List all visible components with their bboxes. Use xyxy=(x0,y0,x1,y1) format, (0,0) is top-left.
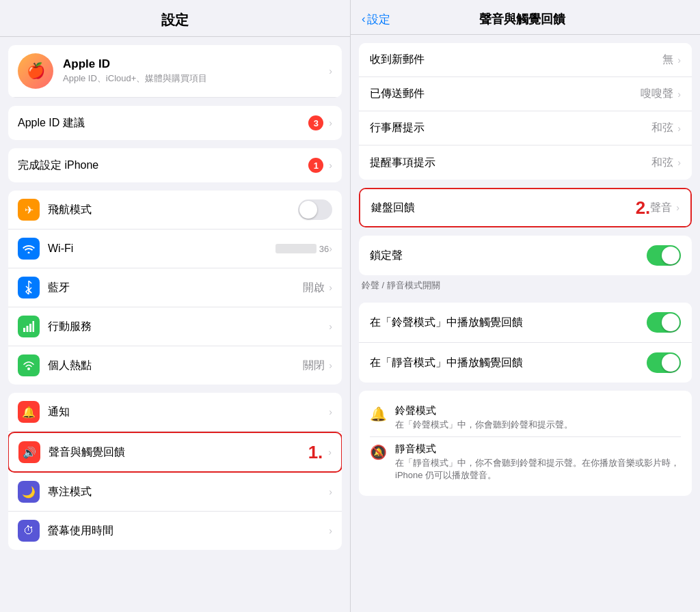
back-button[interactable]: ‹ 設定 xyxy=(362,12,390,27)
chevron-icon: › xyxy=(329,525,332,536)
calendar-row[interactable]: 行事曆提示 和弦 › xyxy=(359,111,692,145)
silent-haptic-row[interactable]: 在「靜音模式」中播放觸覺回饋 xyxy=(359,343,692,382)
sound-haptics-row[interactable]: 🔊 聲音與觸覺回饋 1. › xyxy=(8,432,342,473)
reminder-label: 提醒事項提示 xyxy=(370,156,651,170)
wifi-value-blurred xyxy=(275,244,317,253)
network-group: ✈ 飛航模式 Wi-Fi 36 › xyxy=(8,191,342,385)
focus-icon: 🌙 xyxy=(18,481,40,503)
ring-haptic-toggle[interactable] xyxy=(647,312,681,333)
apple-id-suggestion-row[interactable]: Apple ID 建議 3 › xyxy=(8,106,342,140)
silent-mode-info: 🔕 靜音模式 在「靜音模式」中，你不會聽到鈴聲和提示聲。在你播放音樂或影片時，i… xyxy=(370,437,681,487)
silent-mode-text: 靜音模式 在「靜音模式」中，你不會聽到鈴聲和提示聲。在你播放音樂或影片時，iPh… xyxy=(395,443,681,482)
airplane-toggle[interactable] xyxy=(298,199,332,220)
apple-id-group: 🍎 Apple ID Apple ID、iCloud+、媒體與購買項目 › xyxy=(8,45,342,98)
chevron-icon: › xyxy=(329,117,332,128)
chevron-icon: › xyxy=(329,243,332,254)
chevron-icon: › xyxy=(329,321,332,332)
lock-sound-toggle[interactable] xyxy=(647,245,681,266)
bluetooth-value: 開啟 xyxy=(303,281,325,295)
right-scroll: 收到新郵件 無 › 已傳送郵件 嗖嗖聲 › 行事曆提示 和弦 › 提醒事項提示 … xyxy=(351,35,700,612)
screen-time-row[interactable]: ⏱ 螢幕使用時間 › xyxy=(8,512,342,550)
keyboard-feedback-value: 聲音 xyxy=(650,201,672,215)
silent-haptic-toggle[interactable] xyxy=(647,352,681,373)
ring-haptic-label: 在「鈴聲模式」中播放觸覺回饋 xyxy=(370,316,647,330)
mobile-service-label: 行動服務 xyxy=(48,320,329,334)
notifications-row[interactable]: 🔔 通知 › xyxy=(8,393,342,432)
ring-mode-text: 鈴聲模式 在「鈴聲模式」中，你會聽到鈴聲和提示聲。 xyxy=(395,404,681,431)
mobile-service-row[interactable]: 行動服務 › xyxy=(8,307,342,346)
right-header: ‹ 設定 聲音與觸覺回饋 xyxy=(351,0,700,35)
bluetooth-label: 藍牙 xyxy=(48,281,303,295)
apple-id-suggestion-label: Apple ID 建議 xyxy=(18,116,308,130)
complete-setup-row[interactable]: 完成設定 iPhone 1 › xyxy=(8,148,342,182)
ring-mode-info: 🔔 鈴聲模式 在「鈴聲模式」中，你會聽到鈴聲和提示聲。 xyxy=(370,399,681,437)
bluetooth-row[interactable]: 藍牙 開啟 › xyxy=(8,268,342,307)
ring-mode-sub: 在「鈴聲模式」中，你會聽到鈴聲和提示聲。 xyxy=(395,419,681,431)
chevron-icon: › xyxy=(329,360,332,371)
hotspot-row[interactable]: 個人熱點 關閉 › xyxy=(8,346,342,385)
left-panel: 設定 🍎 Apple ID Apple ID、iCloud+、媒體與購買項目 ›… xyxy=(0,0,350,612)
step2-annotation: 2. xyxy=(636,199,651,217)
svg-rect-3 xyxy=(27,326,29,332)
chevron-icon: › xyxy=(329,282,332,293)
focus-mode-label: 專注模式 xyxy=(48,485,329,499)
sound-icon: 🔊 xyxy=(18,441,40,463)
hotspot-value: 關閉 xyxy=(303,359,325,373)
airplane-mode-row[interactable]: ✈ 飛航模式 xyxy=(8,191,342,230)
wifi-label: Wi-Fi xyxy=(48,242,275,255)
left-title: 設定 xyxy=(161,12,189,27)
chevron-icon: › xyxy=(329,66,332,76)
notification-icon: 🔔 xyxy=(18,401,40,423)
lock-sound-label: 鎖定聲 xyxy=(370,249,647,263)
new-mail-row[interactable]: 收到新郵件 無 › xyxy=(359,43,692,77)
cellular-icon xyxy=(18,316,40,337)
wifi-suffix: 36 xyxy=(319,244,329,254)
haptic-section-label: 鈴聲 / 靜音模式開關 xyxy=(351,275,700,294)
lock-sound-group: 鎖定聲 xyxy=(359,236,692,275)
avatar: 🍎 xyxy=(18,53,53,89)
svg-rect-5 xyxy=(33,321,35,332)
chevron-icon: › xyxy=(328,447,332,458)
chevron-icon: › xyxy=(677,123,681,134)
svg-point-6 xyxy=(27,367,30,370)
right-panel: ‹ 設定 聲音與觸覺回饋 收到新郵件 無 › 已傳送郵件 嗖嗖聲 › 行事曆提示… xyxy=(350,0,700,612)
keyboard-feedback-row[interactable]: 鍵盤回饋 2. 聲音 › xyxy=(360,189,690,226)
chevron-icon: › xyxy=(329,160,332,171)
back-chevron: ‹ xyxy=(362,12,366,26)
airplane-label: 飛航模式 xyxy=(48,203,298,217)
new-mail-label: 收到新郵件 xyxy=(370,53,662,67)
sent-mail-label: 已傳送郵件 xyxy=(370,87,641,101)
apple-id-badge: 3 xyxy=(308,115,323,130)
sent-mail-row[interactable]: 已傳送郵件 嗖嗖聲 › xyxy=(359,77,692,111)
app-group: 🔔 通知 › 🔊 聲音與觸覺回饋 1. › 🌙 專注模式 › ⏱ 螢幕使用時間 xyxy=(8,393,342,550)
ring-mode-icon: 🔔 xyxy=(370,406,387,422)
complete-setup-label: 完成設定 iPhone xyxy=(18,158,308,173)
ring-haptic-row[interactable]: 在「鈴聲模式」中播放觸覺回饋 xyxy=(359,303,692,343)
silent-haptic-label: 在「靜音模式」中播放觸覺回饋 xyxy=(370,356,647,370)
calendar-value: 和弦 xyxy=(651,121,673,135)
sound-haptics-label: 聲音與觸覺回饋 xyxy=(49,445,303,460)
back-label: 設定 xyxy=(367,12,390,27)
complete-setup-badge: 1 xyxy=(308,158,323,173)
step1-annotation: 1. xyxy=(308,443,323,461)
hotspot-icon xyxy=(18,354,40,376)
lock-sound-row[interactable]: 鎖定聲 xyxy=(359,236,692,275)
apple-id-name: Apple ID xyxy=(63,57,329,71)
apple-id-row[interactable]: 🍎 Apple ID Apple ID、iCloud+、媒體與購買項目 › xyxy=(8,45,342,98)
chevron-icon: › xyxy=(677,55,681,66)
wifi-row[interactable]: Wi-Fi 36 › xyxy=(8,230,342,268)
apple-id-suggestion-group: Apple ID 建議 3 › xyxy=(8,106,342,140)
reminder-row[interactable]: 提醒事項提示 和弦 › xyxy=(359,145,692,180)
reminder-value: 和弦 xyxy=(651,156,673,170)
mail-group: 收到新郵件 無 › 已傳送郵件 嗖嗖聲 › 行事曆提示 和弦 › 提醒事項提示 … xyxy=(359,43,692,180)
left-scroll: 🍎 Apple ID Apple ID、iCloud+、媒體與購買項目 › Ap… xyxy=(0,37,350,612)
hotspot-label: 個人熱點 xyxy=(48,359,303,373)
chevron-icon: › xyxy=(676,202,679,213)
chevron-icon: › xyxy=(329,486,332,497)
focus-mode-row[interactable]: 🌙 專注模式 › xyxy=(8,473,342,512)
bluetooth-icon xyxy=(18,277,40,298)
keyboard-feedback-label: 鍵盤回饋 xyxy=(371,201,630,215)
silent-mode-sub: 在「靜音模式」中，你不會聽到鈴聲和提示聲。在你播放音樂或影片時，iPhone 仍… xyxy=(395,457,681,482)
silent-mode-title: 靜音模式 xyxy=(395,443,681,456)
complete-setup-group: 完成設定 iPhone 1 › xyxy=(8,148,342,182)
